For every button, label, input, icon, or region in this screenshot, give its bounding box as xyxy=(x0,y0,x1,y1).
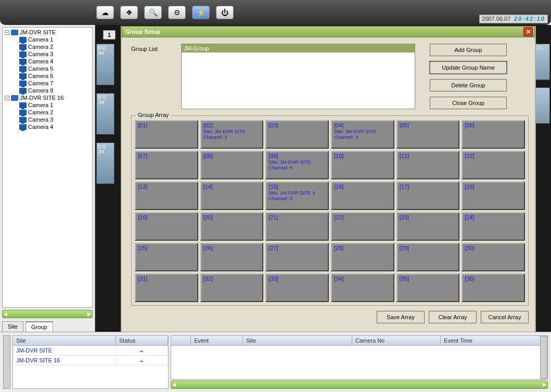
array-cell[interactable]: [02]Site: JM-DVR SITEChannel: 2 xyxy=(200,120,264,149)
array-cell[interactable]: [20] xyxy=(200,212,264,241)
dialog-titlebar[interactable]: Group Setup ✕ xyxy=(122,26,535,37)
array-cell[interactable]: [28] xyxy=(331,243,394,271)
group-list-item[interactable]: JM-Group xyxy=(182,44,415,53)
group-list-label: Group List xyxy=(131,44,173,109)
save-array-button[interactable]: Save Array xyxy=(377,311,425,323)
group-listbox[interactable]: JM-Group xyxy=(181,44,415,109)
site-tree[interactable]: −JM-DVR SITECamera 1Camera 2Camera 3Came… xyxy=(2,27,93,308)
toolbar-btn-1[interactable]: ☁ xyxy=(96,6,114,19)
array-cell[interactable]: [13] xyxy=(135,181,198,210)
array-cell[interactable]: [25] xyxy=(135,243,198,271)
array-cell[interactable]: [12] xyxy=(462,151,525,179)
update-group-name-button[interactable]: Update Group Name xyxy=(430,61,507,74)
col-site[interactable]: Site xyxy=(243,336,352,345)
tree-hscroll[interactable]: ◀▶ xyxy=(2,310,93,318)
array-cell[interactable]: [23] xyxy=(396,212,460,241)
array-cell[interactable]: [04]Site: JM-DVR SITEChannel: 3 xyxy=(331,120,394,149)
tab-group[interactable]: Group xyxy=(25,321,53,332)
video-thumb[interactable]: [07] JM xyxy=(96,93,114,135)
array-cell[interactable]: [22] xyxy=(331,212,394,241)
tree-camera[interactable]: Camera 1 xyxy=(19,101,91,109)
top-toolbar: ☁ ❖ 🔍 ⚙ ⚡ ⏻ 2007.06.07 20:42:10 xyxy=(0,0,551,25)
array-cell[interactable]: [24] xyxy=(462,212,525,241)
tree-camera[interactable]: Camera 7 xyxy=(19,80,91,87)
status-row[interactable]: JM-DVR SITE⫠ xyxy=(13,346,168,356)
tree-camera[interactable]: Camera 3 xyxy=(19,50,91,58)
tree-camera[interactable]: Camera 5 xyxy=(19,65,91,72)
tree-camera[interactable]: Camera 4 xyxy=(19,123,91,130)
tree-toggle-icon[interactable]: − xyxy=(5,30,9,35)
array-cell[interactable]: [05] xyxy=(396,120,460,149)
tree-site[interactable]: −JM-DVR SITE xyxy=(5,29,91,36)
array-cell[interactable]: [30] xyxy=(462,243,525,271)
vscroll-left[interactable] xyxy=(3,335,10,389)
tab-site[interactable]: Site xyxy=(2,321,23,332)
tree-camera[interactable]: Camera 1 xyxy=(19,36,91,43)
video-thumb-right[interactable] xyxy=(534,87,550,124)
tree-camera[interactable]: Camera 2 xyxy=(19,109,91,116)
cancel-array-button[interactable]: Cancel Array xyxy=(481,311,529,323)
event-table[interactable]: Event Site Camera No Event Time xyxy=(171,335,548,380)
array-cell[interactable]: [11] xyxy=(396,151,460,179)
array-cell[interactable]: [29] xyxy=(396,243,460,271)
status-panel: Site Status JM-DVR SITE⫠JM-DVR SITE 16⫠ … xyxy=(0,332,551,392)
array-cell[interactable]: [16] xyxy=(331,181,394,210)
video-thumb-right[interactable]: CA.. xyxy=(534,44,550,80)
array-cell[interactable]: [18] xyxy=(462,181,525,210)
vscroll-events[interactable] xyxy=(540,336,547,379)
video-thumb[interactable]: [01] JM xyxy=(96,44,114,85)
close-group-button[interactable]: Close Group xyxy=(430,97,507,109)
col-camera-no[interactable]: Camera No xyxy=(352,336,441,345)
array-cell[interactable]: [14] xyxy=(200,181,264,210)
array-cell[interactable]: [27] xyxy=(265,243,329,271)
tree-toggle-icon[interactable]: − xyxy=(5,96,9,100)
array-cell[interactable]: [35] xyxy=(396,273,460,302)
array-cell[interactable]: [17] xyxy=(396,181,460,210)
col-site[interactable]: Site xyxy=(13,336,116,345)
array-cell[interactable]: [09]Site: JM-DVR SITEChannel: 5 xyxy=(265,151,329,179)
toolbar-btn-3[interactable]: 🔍 xyxy=(144,6,162,19)
array-cell[interactable]: [10] xyxy=(331,151,394,179)
array-cell[interactable]: [03] xyxy=(265,120,329,149)
toolbar-btn-4[interactable]: ⚙ xyxy=(168,6,186,19)
col-event[interactable]: Event xyxy=(191,336,243,345)
array-cell[interactable]: [08] xyxy=(200,151,264,179)
array-cell[interactable]: [01] xyxy=(135,120,198,149)
array-cell[interactable]: [34] xyxy=(331,273,394,302)
site-tree-panel: −JM-DVR SITECamera 1Camera 2Camera 3Came… xyxy=(0,25,95,332)
close-icon[interactable]: ✕ xyxy=(523,27,533,36)
tree-camera[interactable]: Camera 2 xyxy=(19,43,91,50)
event-hscroll[interactable]: ◀▶ xyxy=(171,381,548,389)
add-group-button[interactable]: Add Group xyxy=(430,44,507,56)
array-cell[interactable]: [31] xyxy=(135,273,198,302)
camera-icon xyxy=(19,44,27,50)
tree-site[interactable]: −JM-DVR SITE 16 xyxy=(5,94,91,101)
array-cell[interactable]: [32] xyxy=(200,273,264,302)
toolbar-btn-5[interactable]: ⚡ xyxy=(192,6,210,19)
delete-group-button[interactable]: Delete Group xyxy=(430,79,507,92)
col-status[interactable]: Status xyxy=(116,336,168,345)
status-row[interactable]: JM-DVR SITE 16⫠ xyxy=(13,356,168,365)
power-button[interactable]: ⏻ xyxy=(216,6,234,19)
layout-tab-1[interactable]: 1 xyxy=(103,30,116,40)
array-cell[interactable]: [15]Site: JM-DVR SITE 1Channel: 2 xyxy=(265,181,329,210)
array-cell[interactable]: [21] xyxy=(265,212,329,241)
camera-icon xyxy=(19,110,27,115)
video-thumb[interactable]: [13] JM xyxy=(96,142,114,184)
array-cell[interactable]: [07] xyxy=(135,151,198,179)
array-cell[interactable]: [26] xyxy=(200,243,264,271)
array-cell[interactable]: [19] xyxy=(135,212,198,241)
tree-camera[interactable]: Camera 4 xyxy=(19,58,91,65)
tree-camera[interactable]: Camera 8 xyxy=(19,87,91,94)
clear-array-button[interactable]: Clear Array xyxy=(429,311,477,323)
array-cell[interactable]: [06] xyxy=(462,120,525,149)
col-event-time[interactable]: Event Time xyxy=(441,336,547,345)
camera-icon xyxy=(19,59,27,64)
tree-camera[interactable]: Camera 6 xyxy=(19,72,91,80)
site-status-table[interactable]: Site Status JM-DVR SITE⫠JM-DVR SITE 16⫠ xyxy=(12,335,169,389)
array-cell[interactable]: [36] xyxy=(462,273,525,302)
tree-camera[interactable]: Camera 3 xyxy=(19,116,91,123)
array-cell[interactable]: [33] xyxy=(265,273,329,302)
toolbar-btn-2[interactable]: ❖ xyxy=(120,6,138,19)
dialog-title: Group Setup xyxy=(125,29,160,35)
